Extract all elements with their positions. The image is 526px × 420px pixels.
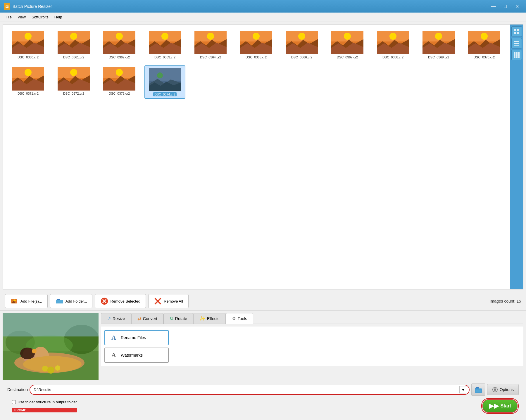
remove-selected-button[interactable]: Remove Selected [95,294,146,308]
svg-point-108 [20,348,35,359]
start-button[interactable]: ▶▶ Start [482,399,518,413]
add-files-label: Add File(s)... [20,299,42,303]
destination-dropdown-button[interactable]: ▼ [459,386,467,393]
file-browser: DSC_0360.cr2 DSC_0361.cr2 [3,24,523,289]
file-item[interactable]: DSC_0368.cr2 [372,29,413,61]
add-folder-button[interactable]: Add Folder... [50,294,93,308]
svg-point-7 [70,33,77,40]
file-name-selected: DSC_0374.cr2 [153,92,177,96]
svg-rect-120 [492,389,493,390]
file-item[interactable]: DSC_0366.cr2 [281,29,322,61]
svg-point-12 [116,33,123,40]
file-name: DSC_0361.cr2 [63,55,84,59]
svg-point-109 [32,349,37,353]
file-name: DSC_0373.cr2 [109,92,130,95]
svg-rect-78 [517,32,519,34]
svg-point-62 [70,69,77,76]
watermarks-label: Watermarks [121,353,143,357]
remove-all-button[interactable]: Remove All [148,294,189,308]
svg-rect-76 [517,29,519,31]
tab-convert[interactable]: ⇄ Convert [131,313,163,324]
file-grid: DSC_0360.cr2 DSC_0361.cr2 [3,25,510,289]
main-window: 🖼 Batch Picture Resizer — □ ✕ File View … [0,0,526,420]
destination-section: Destination ▼ [3,380,523,417]
tab-effects[interactable]: ✨ Effects [193,313,226,324]
bottom-panel: ↗ Resize ⇄ Convert ↻ Rotate ✨ [0,311,526,420]
svg-rect-77 [514,32,516,34]
file-item[interactable]: DSC_0371.cr2 [8,65,49,99]
start-label: Start [501,403,511,409]
tools-icon: ⚙ [232,316,236,321]
svg-point-67 [116,69,123,76]
destination-controls: Destination ▼ [3,382,523,397]
file-item[interactable]: DSC_0373.cr2 [99,65,140,99]
tab-resize-label: Resize [113,316,125,321]
file-item[interactable]: DSC_0369.cr2 [418,29,459,61]
file-name: DSC_0367.cr2 [337,55,358,59]
file-item[interactable]: DSC_0362.cr2 [99,29,140,61]
file-item[interactable]: DSC_0363.cr2 [144,29,185,61]
menu-view[interactable]: View [15,14,29,20]
tab-rotate[interactable]: ↻ Rotate [163,313,193,324]
preview-image [3,313,99,380]
tab-tools-label: Tools [238,316,247,321]
minimize-button[interactable]: — [488,2,499,11]
view-grid-button[interactable] [511,50,522,60]
svg-point-57 [25,69,32,76]
svg-point-116 [494,388,496,391]
resize-icon: ↗ [107,316,111,321]
file-item[interactable]: DSC_0367.cr2 [327,29,368,61]
file-item[interactable]: DSC_0364.cr2 [190,29,231,61]
app-icon: 🖼 [4,3,10,10]
svg-rect-89 [516,56,518,58]
tab-resize[interactable]: ↗ Resize [101,313,131,324]
tab-tools[interactable]: ⚙ Tools [226,313,253,324]
rename-files-label: Rename Files [121,335,146,340]
watermarks-button[interactable]: A Watermarks [104,348,169,363]
bottom-row: Use folder structure in output folder PR… [3,397,523,415]
svg-point-32 [298,33,305,40]
file-item-selected[interactable]: DSC_0374.cr2 [144,65,185,99]
svg-point-74 [157,72,163,78]
view-list-button[interactable] [511,38,522,48]
remove-selected-label: Remove Selected [110,299,140,303]
svg-point-111 [42,366,48,372]
main-content: DSC_0360.cr2 DSC_0361.cr2 [0,22,526,420]
rename-files-button[interactable]: A Rename Files [104,330,169,345]
file-name: DSC_0369.cr2 [428,55,449,59]
menu-help[interactable]: Help [51,14,65,20]
svg-rect-86 [516,54,518,56]
effects-icon: ✨ [199,316,205,321]
file-name: DSC_0360.cr2 [18,55,39,59]
tab-effects-label: Effects [207,316,220,321]
options-button[interactable]: Options [487,384,519,395]
file-name: DSC_0363.cr2 [154,55,175,59]
destination-input[interactable] [32,386,459,393]
destination-browse-button[interactable] [471,383,485,396]
folder-structure-checkbox[interactable] [12,400,16,404]
file-item[interactable]: DSC_0360.cr2 [8,29,49,61]
svg-rect-84 [518,52,520,54]
file-item[interactable]: DSC_0370.cr2 [464,29,505,61]
file-item[interactable]: DSC_0361.cr2 [53,29,94,61]
menu-file[interactable]: File [3,14,15,20]
svg-rect-79 [514,41,519,42]
file-name: DSC_0371.cr2 [18,92,39,95]
watermarks-icon: A [110,351,118,359]
add-files-button[interactable]: Add File(s)... [5,294,48,308]
maximize-button[interactable]: □ [500,2,511,11]
close-button[interactable]: ✕ [512,2,522,11]
file-item[interactable]: DSC_0365.cr2 [236,29,277,61]
options-label: Options [500,387,514,392]
destination-field-wrapper: ▼ [30,385,470,395]
file-name: DSC_0362.cr2 [109,55,130,59]
file-item[interactable]: DSC_0372.cr2 [53,65,94,99]
view-sidebar [510,25,523,289]
add-folder-icon [56,297,64,305]
file-name: DSC_0370.cr2 [474,55,495,59]
view-thumbnails-button[interactable] [511,26,522,37]
menu-softorbits[interactable]: SoftOrbits [29,14,51,20]
svg-point-112 [47,367,54,374]
svg-point-2 [25,33,32,40]
svg-rect-88 [514,56,515,58]
